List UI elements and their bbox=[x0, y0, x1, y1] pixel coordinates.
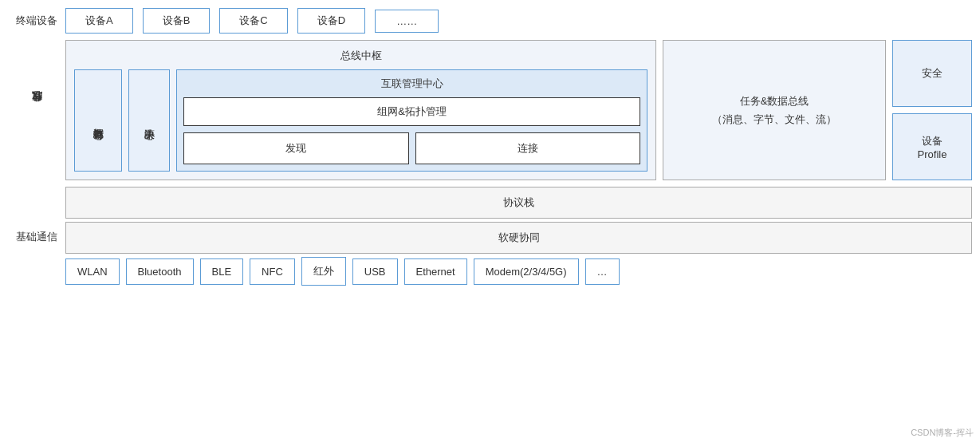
comms-item-7: Modem(2/3/4/5G) bbox=[474, 258, 579, 285]
main-container: 终端设备 设备A 设备B 设备C 设备D …… 分布式软总线 总线中枢 数据与计… bbox=[0, 0, 980, 297]
discover-box: 发现 bbox=[183, 132, 409, 164]
discover-connect: 发现 连接 bbox=[183, 132, 640, 164]
connect-box: 连接 bbox=[415, 132, 641, 164]
device-a: 设备A bbox=[65, 8, 133, 34]
bus-hub-inner: 数据与计算中心 决策中心 互联管理中心 组网&拓扑管理 发现 连接 bbox=[74, 69, 647, 172]
right-column: 安全 设备Profile bbox=[892, 40, 972, 180]
dsb-content: 总线中枢 数据与计算中心 决策中心 互联管理中心 组网&拓扑管理 bbox=[65, 40, 972, 180]
interconnect-title: 互联管理中心 bbox=[183, 77, 640, 91]
interconnect-outer: 互联管理中心 组网&拓扑管理 发现 连接 bbox=[176, 69, 647, 172]
protocol-label bbox=[8, 187, 65, 219]
bus-hub-outer: 总线中枢 数据与计算中心 决策中心 互联管理中心 组网&拓扑管理 bbox=[65, 40, 656, 180]
basic-comms-row: 基础通信 软硬协同 WLANBluetoothBLENFC红外USBEthern… bbox=[8, 222, 972, 286]
software-hardware-box: 软硬协同 bbox=[65, 222, 972, 254]
comms-item-2: BLE bbox=[200, 258, 244, 285]
device-c: 设备C bbox=[219, 8, 287, 34]
terminal-label: 终端设备 bbox=[8, 14, 65, 28]
dsb-row: 分布式软总线 总线中枢 数据与计算中心 决策中心 互联管理中心 bbox=[8, 40, 972, 180]
comms-item-0: WLAN bbox=[65, 258, 120, 285]
protocol-content: 协议栈 bbox=[65, 187, 972, 219]
comms-item-8: … bbox=[585, 258, 620, 285]
watermark: CSDN博客-挥斗 bbox=[911, 427, 974, 439]
comms-item-4: 红外 bbox=[301, 257, 346, 286]
profile-label: 设备Profile bbox=[918, 134, 947, 160]
dsb-label: 分布式软总线 bbox=[8, 40, 65, 180]
comms-item-1: Bluetooth bbox=[126, 258, 194, 285]
device-d: 设备D bbox=[297, 8, 365, 34]
task-bus-box: 任务&数据总线 （消息、字节、文件、流） bbox=[663, 40, 886, 180]
comms-item-5: USB bbox=[352, 258, 398, 285]
device-b: 设备B bbox=[143, 8, 211, 34]
task-bus-title: 任务&数据总线 bbox=[740, 92, 809, 110]
terminal-row: 终端设备 设备A 设备B 设备C 设备D …… bbox=[8, 8, 972, 34]
comms-items-row: WLANBluetoothBLENFC红外USBEthernetModem(2/… bbox=[65, 257, 972, 286]
bus-hub-title: 总线中枢 bbox=[74, 49, 647, 63]
protocol-row: 协议栈 bbox=[8, 187, 972, 219]
decision-center-box: 决策中心 bbox=[128, 69, 170, 172]
topology-box: 组网&拓扑管理 bbox=[183, 97, 640, 126]
protocol-stack-box: 协议栈 bbox=[65, 187, 972, 219]
comms-item-6: Ethernet bbox=[404, 258, 467, 285]
security-box: 安全 bbox=[892, 40, 972, 107]
profile-box: 设备Profile bbox=[892, 113, 972, 180]
basic-comms-content: 软硬协同 WLANBluetoothBLENFC红外USBEthernetMod… bbox=[65, 222, 972, 286]
terminal-devices: 设备A 设备B 设备C 设备D …… bbox=[65, 8, 972, 34]
task-bus-subtitle: （消息、字节、文件、流） bbox=[712, 110, 836, 128]
comms-item-3: NFC bbox=[250, 258, 295, 285]
device-more: …… bbox=[375, 10, 439, 33]
basic-comms-label: 基础通信 bbox=[8, 222, 65, 244]
data-center-box: 数据与计算中心 bbox=[74, 69, 122, 172]
